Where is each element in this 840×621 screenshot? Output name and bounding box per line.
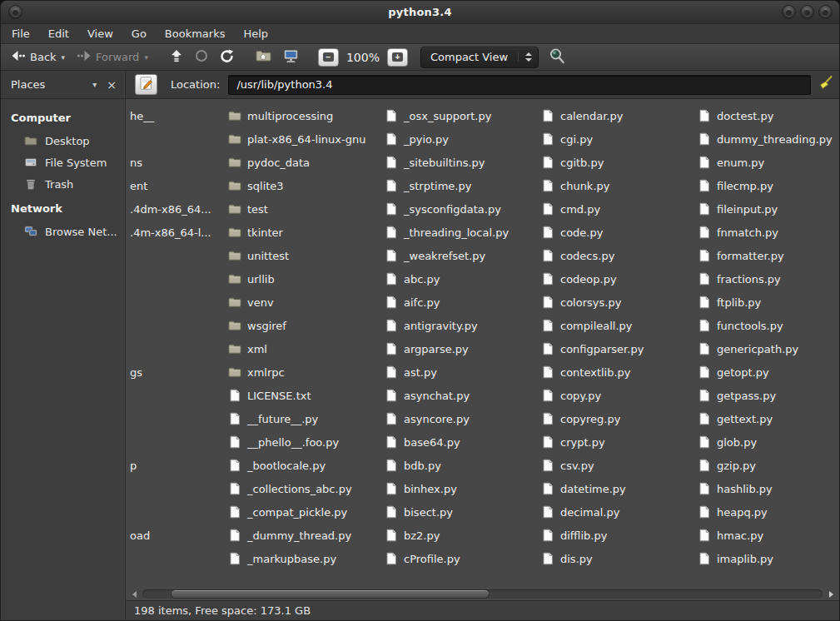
file-item[interactable]: _weakrefset.py <box>385 244 541 267</box>
file-item[interactable]: _strptime.py <box>385 174 541 197</box>
file-item[interactable]: codecs.py <box>541 244 698 267</box>
maximize-button[interactable] <box>800 5 814 19</box>
file-item[interactable]: __future__.py <box>228 407 385 430</box>
file-item[interactable]: csv.py <box>541 454 698 477</box>
clipped-file-item[interactable]: ns <box>130 151 228 174</box>
up-button[interactable] <box>165 46 188 68</box>
file-item[interactable]: hashlib.py <box>698 477 839 500</box>
file-item[interactable]: _sitebuiltins.py <box>385 151 541 174</box>
clipped-file-item[interactable]: .4dm-x86_64... <box>130 197 228 221</box>
menu-view[interactable]: View <box>78 26 122 42</box>
search-button[interactable] <box>549 47 566 67</box>
file-item[interactable]: datetime.py <box>541 477 698 500</box>
file-item[interactable]: _threading_local.py <box>385 221 541 244</box>
desktop-button[interactable] <box>278 46 304 69</box>
file-item[interactable]: _bootlocale.py <box>228 454 385 477</box>
menu-bookmarks[interactable]: Bookmarks <box>156 26 235 42</box>
file-item[interactable]: heapq.py <box>698 500 839 524</box>
sidebar-item-filesystem[interactable]: File System <box>1 152 125 173</box>
file-item[interactable]: codeop.py <box>541 267 698 291</box>
file-item[interactable]: difflib.py <box>541 524 698 547</box>
clipped-file-item[interactable]: ent <box>130 174 228 197</box>
home-button[interactable] <box>251 46 276 68</box>
file-item[interactable]: cmd.py <box>541 197 698 221</box>
view-mode-select[interactable]: Compact View <box>420 47 539 68</box>
clipped-file-item[interactable]: p <box>130 454 228 477</box>
folder-item[interactable]: xmlrpc <box>228 360 385 384</box>
file-item[interactable]: colorsys.py <box>541 291 698 314</box>
folder-item[interactable]: unittest <box>228 244 385 267</box>
file-item[interactable]: decimal.py <box>541 500 698 524</box>
menu-edit[interactable]: Edit <box>39 26 78 42</box>
window-menu-icon[interactable] <box>8 5 22 19</box>
folder-item[interactable]: urllib <box>228 267 385 291</box>
stop-button[interactable] <box>190 46 213 68</box>
scroll-right-icon[interactable] <box>827 590 835 599</box>
file-item[interactable]: _collections_abc.py <box>228 477 385 500</box>
folder-item[interactable]: xml <box>228 337 385 360</box>
file-item[interactable]: doctest.py <box>698 104 839 127</box>
file-item[interactable]: cProfile.py <box>385 547 541 570</box>
file-item[interactable]: fractions.py <box>698 267 839 291</box>
file-item[interactable]: bdb.py <box>385 454 541 477</box>
file-item[interactable]: ftplib.py <box>698 291 839 314</box>
file-item[interactable]: glob.py <box>698 430 839 454</box>
file-item[interactable]: argparse.py <box>385 337 541 360</box>
edit-location-button[interactable] <box>135 74 157 95</box>
file-item[interactable]: crypt.py <box>541 430 698 454</box>
file-item[interactable]: bz2.py <box>385 524 541 547</box>
folder-item[interactable]: multiprocessing <box>228 104 385 127</box>
file-item[interactable]: fnmatch.py <box>698 221 839 244</box>
file-item[interactable]: configparser.py <box>541 337 698 360</box>
file-item[interactable]: formatter.py <box>698 244 839 267</box>
file-item[interactable]: hmac.py <box>698 524 839 547</box>
file-item[interactable]: asyncore.py <box>385 407 541 430</box>
zoom-out-button[interactable]: − <box>318 48 339 67</box>
file-item[interactable]: base64.py <box>385 430 541 454</box>
folder-item[interactable]: pydoc_data <box>228 151 385 174</box>
file-item[interactable]: getopt.py <box>698 360 839 384</box>
file-item[interactable]: gettext.py <box>698 407 839 430</box>
file-item[interactable]: _compat_pickle.py <box>228 500 385 524</box>
file-item[interactable]: gzip.py <box>698 454 839 477</box>
file-item[interactable]: _pyio.py <box>385 127 541 151</box>
file-item[interactable]: dummy_threading.py <box>698 127 839 151</box>
forward-history-dropdown-icon[interactable]: ▾ <box>144 53 148 62</box>
file-item[interactable]: chunk.py <box>541 174 698 197</box>
file-item[interactable]: binhex.py <box>385 477 541 500</box>
close-button[interactable] <box>818 5 833 19</box>
file-item[interactable]: cgi.py <box>541 127 698 151</box>
file-item[interactable]: copyreg.py <box>541 407 698 430</box>
file-item[interactable]: imaplib.py <box>698 547 839 570</box>
minimize-button[interactable] <box>782 5 796 19</box>
file-item[interactable]: asynchat.py <box>385 384 541 407</box>
folder-item[interactable]: tkinter <box>228 221 385 244</box>
places-close-icon[interactable]: × <box>107 79 117 91</box>
file-item[interactable]: aifc.py <box>385 291 541 314</box>
zoom-in-button[interactable]: + <box>387 48 408 67</box>
file-item[interactable]: _markupbase.py <box>228 547 385 570</box>
file-item[interactable]: ast.py <box>385 360 541 384</box>
file-item[interactable]: filecmp.py <box>698 174 839 197</box>
back-button[interactable]: Back ▾ <box>6 47 70 67</box>
folder-item[interactable]: wsgiref <box>228 314 385 337</box>
clipped-file-item[interactable]: gs <box>130 360 228 384</box>
scrollbar-track[interactable] <box>142 589 823 599</box>
folder-item[interactable]: test <box>228 197 385 221</box>
file-item[interactable]: _osx_support.py <box>385 104 541 127</box>
file-item[interactable]: dis.py <box>541 547 698 570</box>
places-dropdown-icon[interactable]: ▾ <box>92 80 97 89</box>
clipped-file-item[interactable]: he__ <box>130 104 228 127</box>
reload-button[interactable] <box>215 46 239 69</box>
scroll-left-icon[interactable] <box>130 590 138 599</box>
menu-file[interactable]: File <box>2 26 39 42</box>
clipped-file-item[interactable]: oad <box>130 524 228 547</box>
horizontal-scrollbar[interactable] <box>126 588 839 600</box>
file-item[interactable]: calendar.py <box>541 104 698 127</box>
file-item[interactable]: cgitb.py <box>541 151 698 174</box>
file-item[interactable]: code.py <box>541 221 698 244</box>
sidebar-item-desktop[interactable]: Desktop <box>1 130 125 152</box>
back-history-dropdown-icon[interactable]: ▾ <box>62 53 66 62</box>
scrollbar-thumb[interactable] <box>171 589 490 599</box>
file-item[interactable]: LICENSE.txt <box>228 384 385 407</box>
